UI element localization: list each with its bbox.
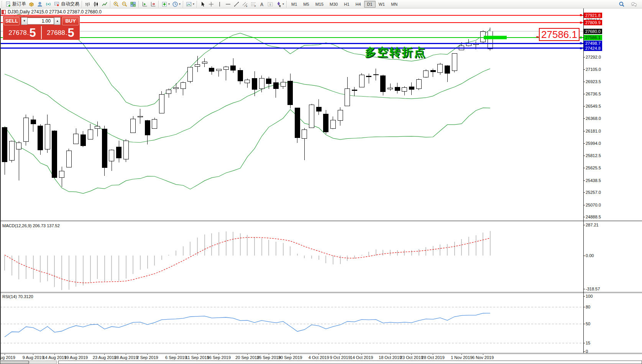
bid-price-tag: 27680.0 xyxy=(584,29,602,34)
auto-scroll-button[interactable] xyxy=(140,0,149,8)
text-button[interactable]: A xyxy=(258,0,266,8)
new-order-button[interactable]: 新订单 xyxy=(4,0,27,8)
line-chart-button[interactable] xyxy=(100,0,109,8)
toolbar-right xyxy=(617,0,642,8)
sell-button[interactable]: SELL xyxy=(4,17,20,25)
fibo-icon: F xyxy=(250,1,256,7)
price-tick-label: 25625.5 xyxy=(586,166,601,170)
hline-icon xyxy=(225,1,231,7)
scrollbar-track[interactable] xyxy=(58,361,642,364)
equidistant-channel-button[interactable]: E xyxy=(241,0,249,8)
rsi-tick-label: 50 xyxy=(586,321,590,326)
candlestick-chart-button[interactable] xyxy=(92,0,100,8)
text-label-button[interactable]: T xyxy=(266,0,274,8)
chart-title: DJ30,Daily 27415.0 27734.0 27387.0 27680… xyxy=(2,9,102,15)
price-tick-label: 25994.0 xyxy=(586,141,601,146)
indicators-button[interactable]: ▾ xyxy=(160,0,171,8)
panel-separator[interactable] xyxy=(0,292,642,293)
zoom-in-icon xyxy=(113,1,119,7)
trendline-button[interactable] xyxy=(232,0,241,8)
profile-button[interactable] xyxy=(36,0,44,8)
arrows-button[interactable]: ▾ xyxy=(274,0,285,8)
cursor-button[interactable] xyxy=(199,0,207,8)
macd-label: MACD(12,26,9) 206.73 137.52 xyxy=(2,223,60,228)
cursor-icon xyxy=(200,1,206,7)
vertical-line-button[interactable] xyxy=(215,0,224,8)
macd-tick-label: 287.21 xyxy=(586,223,599,227)
chevron-down-icon[interactable]: ▾ xyxy=(193,2,194,6)
buy-button[interactable]: BUY xyxy=(62,17,79,25)
indicator-plus-icon xyxy=(161,1,167,7)
scrollbar-thumb[interactable] xyxy=(0,361,29,364)
fibonacci-button[interactable]: F xyxy=(249,0,258,8)
chevron-down-icon[interactable]: ▾ xyxy=(179,2,181,6)
zoom-out-button[interactable] xyxy=(120,0,129,8)
auto-trading-button[interactable]: 自动交易 xyxy=(53,0,80,8)
templates-button[interactable]: ▾ xyxy=(185,0,195,8)
panel-separator xyxy=(0,353,642,354)
callout-anchor xyxy=(536,36,539,38)
chart-shift-button[interactable] xyxy=(149,0,157,8)
trendline-icon xyxy=(233,1,240,7)
tab-timeframe-M5[interactable]: M5 xyxy=(300,1,312,8)
panel-separator[interactable] xyxy=(0,220,642,221)
price-divider xyxy=(41,26,42,39)
volume-input[interactable] xyxy=(27,18,54,25)
textT-icon: T xyxy=(267,1,273,7)
hline-price-tag: 27809.9 xyxy=(584,20,602,25)
price-callout[interactable]: 27586.1 xyxy=(539,28,580,41)
tab-timeframe-H1[interactable]: H1 xyxy=(341,1,352,8)
tab-timeframe-M1[interactable]: M1 xyxy=(288,1,300,8)
toolbar-grip[interactable] xyxy=(2,1,3,7)
horizontal-line-button[interactable] xyxy=(224,0,232,8)
date-tick-label: 19 Aug 2019 xyxy=(61,355,91,360)
tab-timeframe-MN[interactable]: MN xyxy=(388,1,401,8)
tab-timeframe-M30[interactable]: M30 xyxy=(327,1,341,8)
date-tick-label: 6 Nov 2019 xyxy=(468,355,498,360)
tab-timeframe-D1[interactable]: D1 xyxy=(364,1,376,8)
periods-button[interactable]: ▾ xyxy=(171,0,182,8)
chart-canvas[interactable] xyxy=(0,0,642,364)
rsi-tick-label: 100 xyxy=(586,294,593,298)
tab-timeframe-H4[interactable]: H4 xyxy=(353,1,364,8)
toolbar-separator xyxy=(183,1,184,8)
bars-icon xyxy=(85,1,91,7)
crosshair-icon xyxy=(208,1,214,7)
price-tick-label: 24888.5 xyxy=(586,215,601,219)
power-icon xyxy=(54,1,60,7)
volume-decrease-button[interactable]: ▾ xyxy=(21,17,27,25)
svg-text:E: E xyxy=(246,5,248,7)
tab-timeframe-W1[interactable]: W1 xyxy=(376,1,388,8)
price-tick-label: 25438.5 xyxy=(586,178,601,183)
community-chat-button[interactable] xyxy=(630,0,638,8)
chevron-down-icon[interactable]: ▾ xyxy=(282,2,284,6)
bar-chart-button[interactable] xyxy=(84,0,92,8)
window-left-border xyxy=(0,8,1,360)
toolbar-separator xyxy=(82,1,82,8)
signals-button[interactable] xyxy=(44,0,53,8)
sell-price[interactable]: 27678.5 xyxy=(4,26,41,39)
tile-windows-button[interactable] xyxy=(129,0,137,8)
horizontal-scrollbar[interactable] xyxy=(0,361,642,364)
price-tick-label: 26368.0 xyxy=(586,116,601,121)
price-tick-label: 26549.5 xyxy=(586,104,601,108)
chart-window-button[interactable] xyxy=(27,0,36,8)
price-tick-label: 26181.0 xyxy=(586,129,601,133)
tab-timeframe-M15[interactable]: M15 xyxy=(312,1,327,8)
candle-icon xyxy=(93,1,99,7)
price-tick-label: 25257.0 xyxy=(586,190,601,195)
svg-text:A: A xyxy=(260,2,264,7)
cube-icon xyxy=(28,1,34,7)
turning-point-annotation[interactable]: 多空转折点 xyxy=(365,45,426,60)
buy-price[interactable]: 27688.5 xyxy=(42,26,79,39)
price-tick-label: 27292.0 xyxy=(586,55,601,59)
zoom-in-button[interactable] xyxy=(112,0,120,8)
crosshair-button[interactable] xyxy=(207,0,215,8)
search-button[interactable] xyxy=(617,0,626,8)
price-tick-label: 27105.0 xyxy=(586,67,601,72)
textA-icon: A xyxy=(259,1,265,7)
scrollbar-segment[interactable] xyxy=(29,361,57,364)
chevron-down-icon[interactable]: ▾ xyxy=(168,2,170,6)
search-icon xyxy=(619,1,625,7)
volume-increase-button[interactable]: ▴ xyxy=(54,17,61,25)
